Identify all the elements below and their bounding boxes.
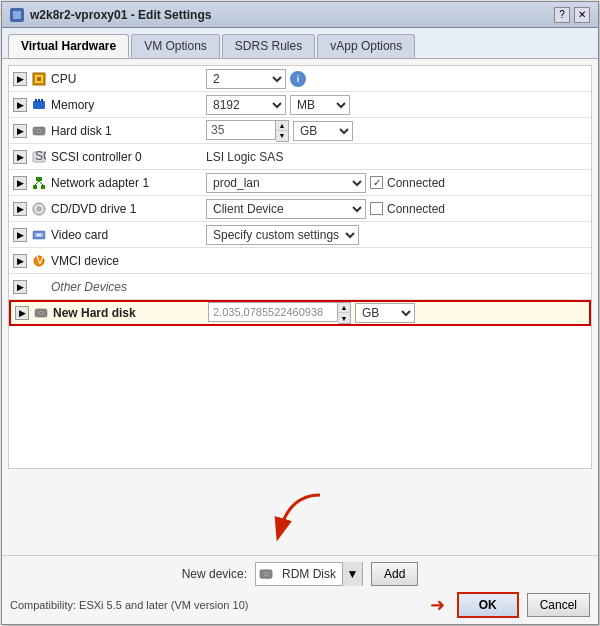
- device-dropdown-button[interactable]: ▼: [342, 562, 362, 586]
- new-hard-disk-unit[interactable]: GB: [355, 303, 415, 323]
- svg-rect-16: [41, 185, 45, 189]
- cpu-row: ▶ CPU 2 i: [9, 66, 591, 92]
- video-card-value-select[interactable]: Specify custom settings: [206, 225, 359, 245]
- svg-rect-7: [38, 99, 40, 102]
- new-device-label: New device:: [182, 567, 247, 581]
- new-hard-disk-up[interactable]: ▲: [338, 303, 350, 313]
- hardware-table: ▶ CPU 2 i ▶ Memory: [8, 65, 592, 469]
- vmci-icon: V: [31, 253, 47, 269]
- hard-disk-1-down[interactable]: ▼: [276, 131, 288, 141]
- network-connected-checkbox[interactable]: ✓: [370, 176, 383, 189]
- rdm-disk-icon: [256, 564, 276, 584]
- tab-virtual-hardware[interactable]: Virtual Hardware: [8, 34, 129, 58]
- hard-disk-1-controls: ▲ ▼ GB: [206, 120, 587, 142]
- svg-rect-8: [41, 99, 43, 102]
- video-card-row: ▶ Video card Specify custom settings: [9, 222, 591, 248]
- svg-rect-5: [33, 101, 45, 109]
- network-connected-group: ✓ Connected: [370, 176, 445, 190]
- svg-rect-6: [35, 99, 37, 102]
- window-icon: [10, 8, 24, 22]
- vmci-label: VMCI device: [51, 254, 206, 268]
- svg-rect-24: [37, 234, 41, 236]
- memory-expand[interactable]: ▶: [13, 98, 27, 112]
- scsi-label: SCSI controller 0: [51, 150, 206, 164]
- cpu-label: CPU: [51, 72, 206, 86]
- bottom-section: New device: RDM Disk ▼ Add Compatibility…: [2, 555, 598, 624]
- cancel-button[interactable]: Cancel: [527, 593, 590, 617]
- cd-dvd-connected-checkbox[interactable]: [370, 202, 383, 215]
- new-hard-disk-down[interactable]: ▼: [338, 313, 350, 323]
- footer-buttons: ➜ OK Cancel: [430, 592, 590, 618]
- hard-disk-1-value[interactable]: [206, 120, 276, 140]
- vmci-expand[interactable]: ▶: [13, 254, 27, 268]
- hard-disk-1-expand[interactable]: ▶: [13, 124, 27, 138]
- network-expand[interactable]: ▶: [13, 176, 27, 190]
- compatibility-text: Compatibility: ESXi 5.5 and later (VM ve…: [10, 599, 248, 611]
- device-name: RDM Disk: [276, 567, 342, 581]
- window-title: w2k8r2-vproxy01 - Edit Settings: [30, 8, 211, 22]
- hard-disk-1-icon: [31, 123, 47, 139]
- video-card-label: Video card: [51, 228, 206, 242]
- cpu-value-select[interactable]: 2: [206, 69, 286, 89]
- memory-row: ▶ Memory 8192 MB: [9, 92, 591, 118]
- scsi-expand[interactable]: ▶: [13, 150, 27, 164]
- device-select-wrapper: RDM Disk ▼: [255, 562, 363, 586]
- memory-unit-select[interactable]: MB: [290, 95, 350, 115]
- cd-dvd-expand[interactable]: ▶: [13, 202, 27, 216]
- svg-text:SCS: SCS: [35, 150, 46, 163]
- svg-line-18: [39, 181, 43, 185]
- video-card-controls: Specify custom settings: [206, 225, 587, 245]
- svg-text:V: V: [36, 254, 44, 267]
- memory-value-select[interactable]: 8192: [206, 95, 286, 115]
- new-hard-disk-icon: [33, 305, 49, 321]
- close-button[interactable]: ✕: [574, 7, 590, 23]
- new-hard-disk-row: ▶ New Hard disk ▲ ▼ GB: [9, 300, 591, 326]
- svg-line-17: [35, 181, 39, 185]
- network-controls: prod_lan ✓ Connected: [206, 173, 587, 193]
- network-value-select[interactable]: prod_lan: [206, 173, 366, 193]
- hard-disk-1-unit[interactable]: GB: [293, 121, 353, 141]
- content-area: ▶ CPU 2 i ▶ Memory: [2, 59, 598, 555]
- svg-point-21: [38, 208, 40, 210]
- new-hard-disk-expand[interactable]: ▶: [15, 306, 29, 320]
- ok-button[interactable]: OK: [457, 592, 519, 618]
- cpu-info-icon[interactable]: i: [290, 71, 306, 87]
- svg-point-11: [38, 130, 40, 132]
- video-card-icon: [31, 227, 47, 243]
- scsi-controls: LSI Logic SAS: [206, 150, 587, 164]
- video-card-expand[interactable]: ▶: [13, 228, 27, 242]
- cd-dvd-label: CD/DVD drive 1: [51, 202, 206, 216]
- add-button[interactable]: Add: [371, 562, 418, 586]
- main-window: w2k8r2-vproxy01 - Edit Settings ? ✕ Virt…: [1, 1, 599, 625]
- svg-rect-15: [33, 185, 37, 189]
- title-bar-controls: ? ✕: [554, 7, 590, 23]
- cd-dvd-controls: Client Device Connected: [206, 199, 587, 219]
- cpu-expand[interactable]: ▶: [13, 72, 27, 86]
- network-icon: [31, 175, 47, 191]
- network-adapter-row: ▶ Network adapter 1 prod_lan ✓ Connected: [9, 170, 591, 196]
- hard-disk-1-row: ▶ Hard disk 1 ▲ ▼ GB: [9, 118, 591, 144]
- new-hard-disk-spin-wrapper: ▲ ▼: [208, 302, 351, 324]
- other-devices-expand[interactable]: ▶: [13, 280, 27, 294]
- tab-sdrs-rules[interactable]: SDRS Rules: [222, 34, 315, 58]
- vmci-device-row: ▶ V VMCI device: [9, 248, 591, 274]
- new-hard-disk-controls: ▲ ▼ GB: [208, 302, 585, 324]
- svg-point-33: [265, 573, 267, 575]
- cd-dvd-value-select[interactable]: Client Device: [206, 199, 366, 219]
- tab-vapp-options[interactable]: vApp Options: [317, 34, 415, 58]
- svg-point-29: [40, 312, 42, 314]
- network-connected-label: Connected: [387, 176, 445, 190]
- scsi-controller-row: ▶ SCS SCSI controller 0 LSI Logic SAS: [9, 144, 591, 170]
- new-device-row: New device: RDM Disk ▼ Add: [10, 562, 590, 586]
- new-hard-disk-value[interactable]: [208, 302, 338, 322]
- help-button[interactable]: ?: [554, 7, 570, 23]
- tab-vm-options[interactable]: VM Options: [131, 34, 220, 58]
- hard-disk-1-up[interactable]: ▲: [276, 121, 288, 131]
- new-hard-disk-spin-btns: ▲ ▼: [338, 302, 351, 324]
- new-hard-disk-label: New Hard disk: [53, 306, 208, 320]
- hard-disk-1-spin-btns: ▲ ▼: [276, 120, 289, 142]
- hard-disk-1-label: Hard disk 1: [51, 124, 206, 138]
- memory-label: Memory: [51, 98, 206, 112]
- cd-dvd-connected-label: Connected: [387, 202, 445, 216]
- scsi-value: LSI Logic SAS: [206, 150, 283, 164]
